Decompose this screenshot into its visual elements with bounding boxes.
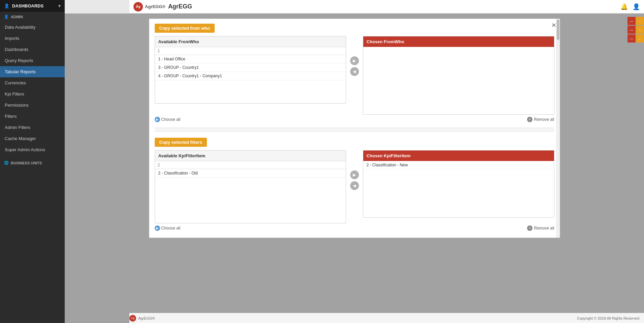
chosen-from-who-header: Chosen FromWho: [363, 36, 554, 47]
transfer-right-filter-button[interactable]: ▶: [350, 170, 359, 179]
mini-yellow-btn-2[interactable]: ↕: [636, 26, 644, 34]
choose-all-filter-icon: ▶: [155, 225, 160, 231]
list-item[interactable]: 1 - Head Office: [155, 55, 346, 63]
dropdown-icon[interactable]: ▾: [58, 3, 61, 8]
topbar: Ag AgrEGG® AgrEGG 🔔 👤: [129, 0, 644, 14]
available-from-who-header: Available FromWho: [155, 36, 346, 47]
topbar-icons: 🔔 👤: [620, 3, 640, 10]
mini-red-btn-2[interactable]: —: [627, 26, 636, 34]
chosen-from-who-box: Chosen FromWho: [363, 36, 554, 115]
footer-copyright: Copyright © 2018 All Rights Reserved: [577, 316, 639, 320]
modal-overlay: ✕ Copy selected from who Available FromW…: [65, 14, 644, 323]
choose-all-icon: ▶: [155, 117, 160, 122]
sidebar-item-super-admin-actions[interactable]: Super Admin Actions: [0, 144, 65, 155]
footer: Ag AgrEGG® Copyright © 2018 All Rights R…: [129, 313, 644, 323]
admin-label: ADMIN: [11, 15, 23, 19]
mini-btn-row-2: — ↕: [627, 26, 644, 34]
copy-selected-from-who-button[interactable]: Copy selected from who: [155, 24, 215, 33]
remove-all-filter-icon: ✕: [527, 225, 532, 231]
topbar-logo: Ag AgrEGG®: [133, 2, 165, 11]
modal-dialog: ✕ Copy selected from who Available FromW…: [149, 19, 560, 238]
logo-image: Ag: [133, 2, 143, 11]
globe-icon: 🌐: [4, 161, 9, 165]
available-filter-search[interactable]: [155, 161, 346, 169]
list-item[interactable]: 4 - GROUP - Country1 - Company1: [155, 72, 346, 80]
transfer-buttons-from-who: ▶ ◀: [349, 56, 360, 76]
available-from-who-box: Available FromWho 1 - Head Office 3 - GR…: [155, 36, 346, 104]
section-copy-from-who: Copy selected from who Available FromWho…: [149, 19, 560, 128]
transfer-buttons-filters: ▶ ◀: [349, 170, 360, 190]
sidebar-item-data-availability[interactable]: Data Availability: [0, 22, 65, 33]
side-mini-buttons: — ↑ — ↕ — ↓: [627, 17, 644, 43]
sidebar-item-query-reports[interactable]: Query Reports: [0, 55, 65, 66]
sidebar-item-dashboards[interactable]: Dashboards: [0, 44, 65, 55]
available-filter-header: Available KpiFilterItem: [155, 151, 346, 161]
sidebar-item-kpi-filters[interactable]: Kpi Filters: [0, 88, 65, 100]
scrollbar-thumb: [557, 20, 559, 40]
chosen-filter-header: Chosen KpiFilterItem: [363, 151, 554, 161]
footer-logo: Ag: [129, 315, 136, 322]
sidebar-dashboard-label: DASHBOARDS: [12, 3, 43, 8]
remove-all-from-who-button[interactable]: ✕ Remove all: [527, 117, 554, 122]
modal-close-button[interactable]: ✕: [551, 22, 556, 29]
user-icon[interactable]: 👤: [633, 3, 640, 10]
remove-all-icon: ✕: [527, 117, 532, 122]
mini-btn-row-1: — ↑: [627, 17, 644, 25]
sidebar-item-cache-manager[interactable]: Cache Manager: [0, 133, 65, 144]
notification-icon[interactable]: 🔔: [620, 3, 628, 10]
business-units-label: BUSINESS UNITS: [11, 161, 42, 165]
sidebar-header: 👤 DASHBOARDS ▾: [0, 0, 65, 12]
available-from-who-list: 1 - Head Office 3 - GROUP - Country1 4 -…: [155, 55, 346, 80]
sidebar-item-tabular-reports[interactable]: Tabular Reports: [0, 66, 65, 77]
remove-all-filters-button[interactable]: ✕ Remove all: [527, 225, 554, 231]
mini-red-btn-3[interactable]: —: [627, 34, 636, 43]
list-item[interactable]: 2 - Classification - New: [363, 161, 554, 169]
transfer-left-filter-button[interactable]: ◀: [350, 181, 359, 190]
admin-icon: 👤: [4, 15, 9, 19]
sidebar-item-admin-filters[interactable]: Admin Filters: [0, 122, 65, 133]
topbar-title: AgrEGG: [168, 3, 192, 10]
available-filter-list: 2 - Classification - Old: [155, 169, 346, 223]
dual-list-filters: Available KpiFilterItem 2 - Classificati…: [155, 150, 554, 223]
list-item[interactable]: 3 - GROUP - Country1: [155, 63, 346, 72]
main-content: Ag AgrEGG® AgrEGG 🔔 👤 ✕ Copy selected fr…: [65, 0, 644, 323]
dual-list-from-who: Available FromWho 1 - Head Office 3 - GR…: [155, 36, 554, 115]
chosen-from-who-list: [363, 47, 554, 114]
chosen-filter-list: 2 - Classification - New: [363, 161, 554, 215]
copy-selected-filters-button[interactable]: Copy selected filters: [155, 138, 207, 147]
mini-btn-row-3: — ↓: [627, 34, 644, 43]
horizontal-scroll[interactable]: [155, 128, 554, 132]
mini-yellow-btn-3[interactable]: ↓: [636, 34, 644, 43]
sidebar-item-filters[interactable]: Filters: [0, 111, 65, 122]
section-copy-filters: Copy selected filters Available KpiFilte…: [149, 133, 560, 238]
dashboard-icon: 👤: [4, 3, 9, 8]
choose-all-from-who-button[interactable]: ▶ Choose all: [155, 117, 181, 122]
mini-red-btn-1[interactable]: —: [627, 17, 636, 25]
logo-name-small: AgrEGG®: [145, 4, 165, 9]
transfer-right-button[interactable]: ▶: [350, 56, 359, 65]
sidebar-item-currencies[interactable]: Currencies: [0, 77, 65, 88]
sidebar-item-permissions[interactable]: Permissions: [0, 100, 65, 111]
sidebar: 👤 DASHBOARDS ▾ 👤 ADMIN Data Availability…: [0, 0, 65, 323]
chosen-filter-box: Chosen KpiFilterItem 2 - Classification …: [363, 150, 554, 218]
sidebar-item-imports[interactable]: Imports: [0, 33, 65, 44]
available-filter-box: Available KpiFilterItem 2 - Classificati…: [155, 150, 346, 223]
choose-all-filters-button[interactable]: ▶ Choose all: [155, 225, 181, 231]
transfer-left-button[interactable]: ◀: [350, 67, 359, 76]
modal-scrollbar[interactable]: [556, 19, 560, 238]
mini-yellow-btn-1[interactable]: ↑: [636, 17, 644, 25]
footer-logo-text: AgrEGG®: [138, 316, 155, 320]
available-from-who-search[interactable]: [155, 47, 346, 55]
sidebar-business-units-header: 🌐 BUSINESS UNITS: [0, 158, 65, 168]
list-item[interactable]: 2 - Classification - Old: [155, 169, 346, 178]
sidebar-admin-header: 👤 ADMIN: [0, 12, 65, 22]
